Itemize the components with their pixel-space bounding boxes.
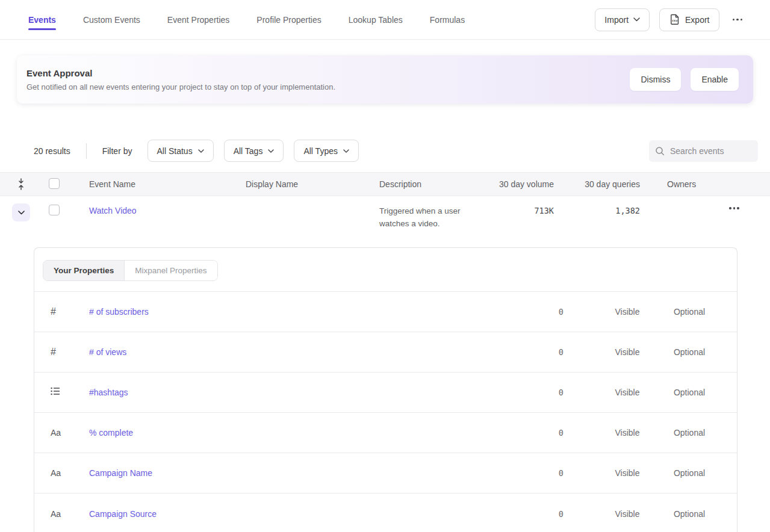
ellipsis-icon [729,207,739,209]
property-value: 0 [523,307,595,317]
property-requirement: Optional [660,388,719,397]
description-cell: Triggered when a user watches a video. [379,205,482,230]
search-box [649,140,758,162]
tags-filter-dropdown[interactable]: All Tags [224,140,284,162]
tab-your-properties[interactable]: Your Properties [43,261,125,280]
filter-by-label: Filter by [102,146,132,156]
tab-custom-events[interactable]: Custom Events [83,0,140,39]
lexicon-events-page: Events Custom Events Event Properties Pr… [0,0,770,532]
export-button-label: Export [685,15,709,25]
enable-button[interactable]: Enable [691,68,739,91]
property-name-link[interactable]: Campaign Name [89,468,152,478]
tab-lookup-tables[interactable]: Lookup Tables [349,0,403,39]
property-row: # # of subscribers 0 Visible Optional [34,292,737,332]
number-type-icon: # [51,306,56,317]
results-count: 20 results [34,146,70,156]
property-name-link[interactable]: # of subscribers [89,307,149,317]
property-visibility: Visible [595,509,660,519]
queries-cell: 1,382 [554,205,640,217]
event-name-link[interactable]: Watch Video [89,206,137,215]
property-requirement: Optional [660,509,719,519]
property-visibility: Visible [595,347,660,357]
table-header: Event Name Display Name Description 30 d… [0,172,770,196]
nav-actions: Import csv Export [595,8,746,31]
types-filter-label: All Types [303,146,338,156]
property-visibility: Visible [595,388,660,397]
property-row: # # of views 0 Visible Optional [34,332,737,373]
property-requirement: Optional [660,468,719,478]
tab-profile-properties[interactable]: Profile Properties [256,0,321,39]
banner-description: Get notified on all new events entering … [26,83,335,91]
export-button[interactable]: csv Export [659,8,719,31]
volume-cell: 713K [494,205,554,217]
tab-mixpanel-properties[interactable]: Mixpanel Properties [125,261,217,280]
property-row: Aa Campaign Source 0 Visible Optional [34,493,737,532]
event-table-row: Watch Video Triggered when a user watche… [0,196,770,247]
property-visibility: Visible [595,307,660,317]
property-requirement: Optional [660,307,719,317]
chevron-down-icon [198,149,204,153]
tab-lookup-tables-label: Lookup Tables [349,15,403,25]
csv-file-icon: csv [669,14,680,25]
chevron-down-icon [268,149,274,153]
property-requirement: Optional [660,428,719,438]
ellipsis-icon [733,19,743,21]
more-options-button[interactable] [729,16,747,23]
status-filter-dropdown[interactable]: All Status [147,140,214,162]
header-owners: Owners [640,179,710,189]
property-name-link[interactable]: # of views [89,347,126,357]
property-value: 0 [523,388,595,397]
top-navigation: Events Custom Events Event Properties Pr… [0,0,770,40]
tab-events[interactable]: Events [28,0,56,39]
svg-text:csv: csv [672,19,677,22]
property-name-link[interactable]: Campaign Source [89,509,157,519]
event-properties-panel: Your Properties Mixpanel Properties # # … [34,247,737,532]
tab-event-properties[interactable]: Event Properties [167,0,230,39]
properties-tabs: Your Properties Mixpanel Properties [43,260,218,281]
nav-tabs: Events Custom Events Event Properties Pr… [28,0,465,39]
header-volume: 30 day volume [494,179,554,189]
import-button[interactable]: Import [595,8,650,31]
text-type-icon: Aa [51,428,61,438]
collapse-all-icon[interactable] [17,178,49,191]
tab-events-label: Events [28,15,56,25]
import-button-label: Import [604,15,629,25]
tab-formulas[interactable]: Formulas [430,0,465,39]
tab-custom-events-label: Custom Events [83,15,140,25]
select-all-checkbox[interactable] [49,178,60,189]
property-value: 0 [523,468,595,478]
text-type-icon: Aa [51,509,61,519]
search-input[interactable] [670,146,752,156]
banner-title: Event Approval [26,69,335,78]
list-type-icon [51,387,60,395]
text-type-icon: Aa [51,468,61,478]
row-more-options-button[interactable] [725,205,743,212]
header-queries: 30 day queries [554,179,640,189]
property-row: #hashtags 0 Visible Optional [34,373,737,413]
property-visibility: Visible [595,468,660,478]
chevron-down-icon [343,149,349,153]
tags-filter-label: All Tags [234,146,263,156]
property-name-link[interactable]: % complete [89,428,133,438]
property-visibility: Visible [595,428,660,438]
property-value: 0 [523,347,595,357]
property-row: Aa % complete 0 Visible Optional [34,413,737,453]
header-event-name: Event Name [89,179,246,189]
row-checkbox[interactable] [49,205,60,215]
tab-event-properties-label: Event Properties [167,15,230,25]
property-row: Aa Campaign Name 0 Visible Optional [34,453,737,493]
collapse-row-button[interactable] [12,203,30,221]
event-approval-banner: Event Approval Get notified on all new e… [17,55,753,104]
header-description: Description [379,179,494,189]
dismiss-button[interactable]: Dismiss [630,68,681,91]
property-name-link[interactable]: #hashtags [89,388,128,397]
filter-row: 20 results Filter by All Status All Tags… [0,140,770,162]
banner-actions: Dismiss Enable [630,68,739,91]
vertical-divider [86,143,87,159]
types-filter-dropdown[interactable]: All Types [294,140,359,162]
number-type-icon: # [51,347,56,357]
banner-text: Event Approval Get notified on all new e… [26,69,335,91]
status-filter-label: All Status [157,146,193,156]
search-icon [655,146,665,156]
tab-formulas-label: Formulas [430,15,465,25]
